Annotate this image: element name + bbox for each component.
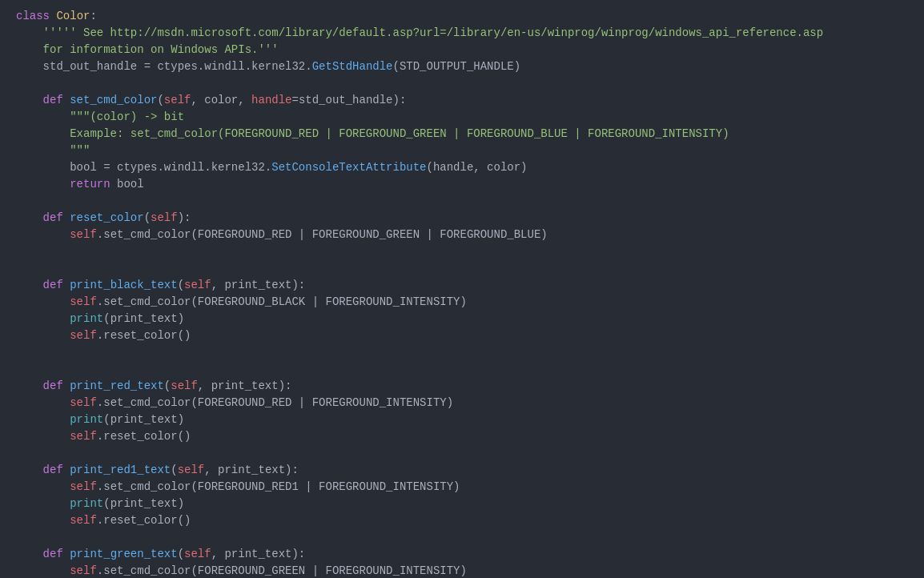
code-line — [0, 243, 924, 260]
token-function-name: print_black_text — [70, 277, 177, 294]
token-function-name: print_red1_text — [70, 462, 171, 479]
token-normal — [16, 563, 70, 578]
token-normal — [16, 277, 43, 294]
code-editor: class Color: ''''' See http://msdn.micro… — [0, 0, 924, 578]
token-self-kw: self — [70, 479, 97, 496]
token-normal: (print_text) — [103, 311, 184, 327]
token-keyword: def — [43, 92, 70, 109]
token-method: GetStdHandle — [312, 58, 393, 75]
token-normal — [16, 327, 70, 344]
code-line: """(color) -> bit — [0, 109, 924, 126]
token-builtin: print — [70, 496, 103, 512]
token-normal: std_out_handle = ctypes.windll.kernel32. — [16, 58, 312, 75]
code-line: def print_red_text(self, print_text): — [0, 378, 924, 395]
token-method: SetConsoleTextAttribute — [271, 159, 426, 176]
token-keyword: return — [70, 176, 117, 193]
token-self-kw: self — [70, 428, 97, 445]
code-line — [0, 445, 924, 462]
token-string: """ — [16, 142, 90, 159]
token-self-kw: self — [70, 227, 97, 243]
code-line: self.reset_color() — [0, 327, 924, 344]
code-line: self.set_cmd_color(FOREGROUND_RED | FORE… — [0, 227, 924, 243]
token-normal: .reset_color() — [97, 327, 191, 344]
token-self-kw: self — [151, 210, 178, 227]
token-normal: ( — [157, 92, 163, 109]
token-normal — [16, 496, 70, 512]
token-normal: .set_cmd_color(FOREGROUND_BLACK | FOREGR… — [97, 294, 467, 311]
code-line — [0, 529, 924, 546]
token-self-kw: self — [178, 462, 205, 479]
code-line — [0, 75, 924, 92]
token-self-kw: self — [70, 395, 97, 411]
token-string: """(color) -> bit — [16, 109, 184, 126]
code-line: self.set_cmd_color(FOREGROUND_RED | FORE… — [0, 395, 924, 411]
token-normal — [16, 462, 43, 479]
token-normal: , print_text): — [204, 462, 299, 479]
token-keyword: class — [16, 8, 56, 25]
token-normal — [16, 479, 70, 496]
token-function-name: print_green_text — [70, 546, 177, 563]
code-line: print(print_text) — [0, 496, 924, 512]
token-normal: ( — [171, 462, 177, 479]
code-line: self.set_cmd_color(FOREGROUND_GREEN | FO… — [0, 563, 924, 578]
code-line: ''''' See http://msdn.microsoft.com/libr… — [0, 25, 924, 42]
code-line — [0, 260, 924, 277]
code-line: self.set_cmd_color(FOREGROUND_RED1 | FOR… — [0, 479, 924, 496]
token-normal: bool — [117, 176, 144, 193]
code-line: for information on Windows APIs.''' — [0, 42, 924, 58]
token-builtin: print — [70, 411, 103, 428]
code-line: class Color: — [0, 8, 924, 25]
token-normal: , print_text): — [211, 277, 306, 294]
token-normal: .set_cmd_color(FOREGROUND_RED1 | FOREGRO… — [97, 479, 460, 496]
code-line — [0, 344, 924, 361]
token-string: for information on Windows APIs.''' — [16, 42, 279, 58]
token-normal: (print_text) — [103, 496, 184, 512]
token-normal — [16, 378, 43, 395]
token-normal — [16, 92, 43, 109]
token-function-name: reset_color — [70, 210, 143, 227]
code-line — [0, 361, 924, 378]
code-line: self.reset_color() — [0, 428, 924, 445]
token-string: Example: set_cmd_color(FOREGROUND_RED | … — [16, 126, 729, 142]
token-self-kw: self — [184, 277, 211, 294]
code-line: Example: set_cmd_color(FOREGROUND_RED | … — [0, 126, 924, 142]
token-normal: ): — [178, 210, 191, 227]
token-normal: : — [90, 8, 96, 25]
code-line: """ — [0, 142, 924, 159]
token-normal: .set_cmd_color(FOREGROUND_GREEN | FOREGR… — [97, 563, 467, 578]
token-normal — [16, 512, 70, 529]
token-keyword: def — [43, 462, 70, 479]
token-self-kw: self — [70, 512, 97, 529]
code-line — [0, 193, 924, 210]
token-normal — [16, 428, 70, 445]
token-normal: (handle, color) — [427, 159, 528, 176]
code-line: self.set_cmd_color(FOREGROUND_BLACK | FO… — [0, 294, 924, 311]
token-self-kw: self — [70, 294, 97, 311]
code-line: print(print_text) — [0, 311, 924, 327]
token-normal: .reset_color() — [97, 512, 191, 529]
token-keyword: def — [43, 378, 70, 395]
token-builtin: print — [70, 311, 103, 327]
token-normal: (STD_OUTPUT_HANDLE) — [393, 58, 521, 75]
token-normal: , print_text): — [198, 378, 292, 395]
token-normal: bool = ctypes.windll.kernel32. — [16, 159, 271, 176]
token-normal: (print_text) — [103, 411, 184, 428]
token-normal — [16, 227, 70, 243]
token-class-name: Color — [56, 8, 90, 25]
code-line: return bool — [0, 176, 924, 193]
code-line: def print_black_text(self, print_text): — [0, 277, 924, 294]
token-function-name: set_cmd_color — [70, 92, 157, 109]
token-normal — [16, 210, 43, 227]
token-self-kw: self — [70, 563, 97, 578]
token-string: ''''' See http://msdn.microsoft.com/libr… — [16, 25, 823, 42]
code-line: def reset_color(self): — [0, 210, 924, 227]
token-keyword: def — [43, 546, 70, 563]
token-normal — [16, 176, 70, 193]
token-normal: , color, — [191, 92, 251, 109]
token-normal: .set_cmd_color(FOREGROUND_RED | FOREGROU… — [97, 395, 453, 411]
token-keyword: def — [43, 210, 70, 227]
token-self-kw: self — [171, 378, 198, 395]
token-normal: ( — [144, 210, 151, 227]
token-self-kw: self — [184, 546, 211, 563]
code-line: print(print_text) — [0, 411, 924, 428]
